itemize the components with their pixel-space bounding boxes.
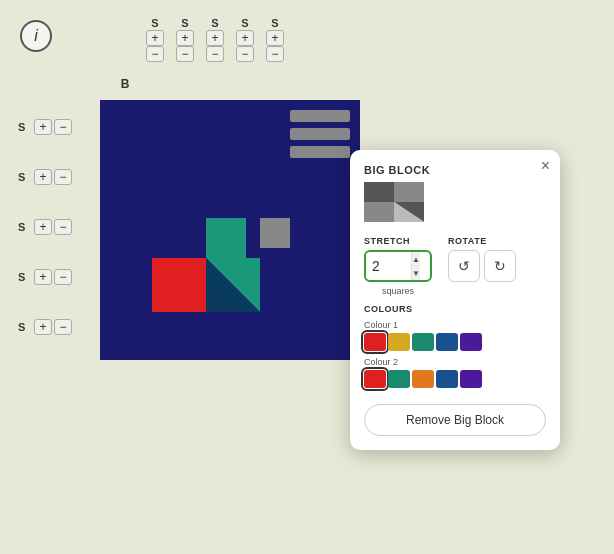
canvas-area[interactable] [100,100,360,360]
rotate-label: ROTATE [448,236,516,246]
col-plus-4[interactable]: + [236,30,254,46]
canvas-inner [100,100,360,360]
col-minus-2[interactable]: − [176,46,194,62]
colour1-swatch-1[interactable] [388,333,410,351]
rotate-ccw-button[interactable]: ↺ [448,250,480,282]
row-plus-5[interactable]: + [34,319,52,335]
colour1-swatch-2[interactable] [412,333,434,351]
top-s-labels-row: S + − S + − S + − S + − S + − [146,16,284,62]
svg-rect-15 [364,202,394,222]
col-ctrl-4: S + − [236,16,254,62]
col-ctrl-1: S + − [146,16,164,62]
col-ctrl-3: S + − [206,16,224,62]
colour2-swatch-1[interactable] [388,370,410,388]
colour1-swatch-3[interactable] [436,333,458,351]
row-minus-4[interactable]: − [54,269,72,285]
block-preview [364,182,546,222]
controls-row: STRETCH ▲ ▼ squares ROTATE ↺ ↻ [364,236,546,296]
colour2-swatch-2[interactable] [412,370,434,388]
row-ctrl-5: S + − [18,305,72,349]
row-plus-4[interactable]: + [34,269,52,285]
left-controls: S + − S + − S + − S + − S + − [18,105,72,349]
row-ctrl-1: S + − [18,105,72,149]
svg-rect-7 [206,218,246,258]
col-minus-4[interactable]: − [236,46,254,62]
popup-close-button[interactable]: × [541,158,550,174]
row-minus-2[interactable]: − [54,169,72,185]
row-plus-3[interactable]: + [34,219,52,235]
col-plus-3[interactable]: + [206,30,224,46]
colours-section: COLOURS Colour 1 Colour 2 [364,304,546,388]
remove-big-block-button[interactable]: Remove Big Block [364,404,546,436]
row-plus-2[interactable]: + [34,169,52,185]
popup-title: BIG BLOCK [364,164,546,176]
b-row: B [110,68,284,100]
svg-rect-14 [394,182,424,202]
col-plus-1[interactable]: + [146,30,164,46]
stretch-down-button[interactable]: ▼ [411,266,420,280]
colour1-swatches [364,333,546,351]
col-ctrl-5: S + − [266,16,284,62]
svg-rect-9 [260,218,290,248]
canvas-svg [100,100,360,360]
svg-rect-11 [290,128,350,140]
svg-rect-12 [290,146,350,158]
svg-rect-5 [152,258,206,312]
row-minus-5[interactable]: − [54,319,72,335]
row-ctrl-4: S + − [18,255,72,299]
stretch-group: STRETCH ▲ ▼ squares [364,236,432,296]
main-container: i S + − S + − S + − S + − [0,0,614,554]
col-ctrl-2: S + − [176,16,194,62]
colour2-swatch-3[interactable] [436,370,458,388]
stretch-input-wrap: ▲ ▼ [364,250,432,282]
col-minus-1[interactable]: − [146,46,164,62]
row-plus-1[interactable]: + [34,119,52,135]
svg-rect-10 [290,110,350,122]
col-plus-2[interactable]: + [176,30,194,46]
squares-label: squares [364,286,432,296]
colour1-label: Colour 1 [364,320,546,330]
stretch-label: STRETCH [364,236,432,246]
b-label: B [110,68,140,100]
rotate-group: ROTATE ↺ ↻ [448,236,516,282]
stretch-arrows: ▲ ▼ [411,252,420,280]
svg-rect-13 [364,182,394,202]
stretch-input[interactable] [366,254,411,278]
colour2-swatch-4[interactable] [460,370,482,388]
colours-title: COLOURS [364,304,546,314]
colour2-swatches [364,370,546,388]
row-ctrl-2: S + − [18,155,72,199]
row-minus-1[interactable]: − [54,119,72,135]
col-plus-5[interactable]: + [266,30,284,46]
colour2-label: Colour 2 [364,357,546,367]
rotate-buttons: ↺ ↻ [448,250,516,282]
stretch-up-button[interactable]: ▲ [411,252,420,266]
colour2-swatch-0[interactable] [364,370,386,388]
colour1-swatch-4[interactable] [460,333,482,351]
col-minus-5[interactable]: − [266,46,284,62]
info-button[interactable]: i [20,20,52,52]
colour1-swatch-0[interactable] [364,333,386,351]
rotate-cw-button[interactable]: ↻ [484,250,516,282]
row-minus-3[interactable]: − [54,219,72,235]
popup-panel: × BIG BLOCK STRETCH ▲ [350,150,560,450]
top-controls: S + − S + − S + − S + − S + − [110,16,284,100]
row-ctrl-3: S + − [18,205,72,249]
col-minus-3[interactable]: − [206,46,224,62]
block-preview-svg [364,182,424,222]
